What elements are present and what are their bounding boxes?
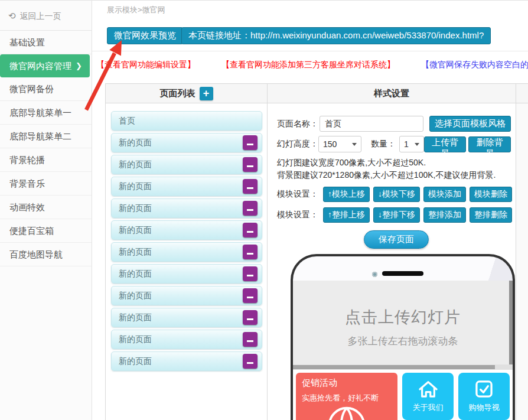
- promo-card[interactable]: 促销活动 实惠抢先看，好礼不断: [296, 373, 397, 420]
- minus-icon: [247, 297, 253, 298]
- slideshow-subtitle: 多张上传左右拖动滚动条: [293, 334, 513, 348]
- row-up-button[interactable]: ↑整排上移: [323, 207, 370, 223]
- remove-page-button[interactable]: [243, 354, 258, 369]
- minus-icon: [247, 231, 253, 233]
- sidebar-item-bg-music[interactable]: 背景音乐: [0, 172, 92, 196]
- slideshow-upload-area[interactable]: 点击上传幻灯片 多张上传左右拖动滚动条: [293, 281, 513, 364]
- delete-background-button[interactable]: 删除背景: [468, 136, 511, 152]
- sidebar-item-label: 微官网内容管理: [9, 54, 71, 77]
- page-list-item[interactable]: 新的页面: [111, 264, 262, 284]
- chevron-right-icon: ❯: [76, 54, 82, 77]
- page-item-label: 新的页面: [119, 181, 152, 191]
- back-label: 返回上一页: [20, 11, 61, 21]
- page-item-label: 新的页面: [119, 138, 152, 147]
- link-save-failure-help[interactable]: 【微官网保存失败内容空白的说明】: [421, 60, 528, 70]
- horizontal-scrollbar-thumb[interactable]: [293, 365, 495, 369]
- add-page-button[interactable]: +: [200, 87, 213, 100]
- horizontal-scrollbar-track: [293, 364, 513, 370]
- page-item-label: 新的页面: [119, 247, 152, 256]
- tile-about-us[interactable]: 关于我们: [402, 373, 454, 420]
- sidebar-item-baidu-map[interactable]: 百度地图导航: [0, 243, 92, 266]
- remove-page-button[interactable]: [243, 332, 258, 347]
- page-list-item[interactable]: 新的页面: [111, 351, 262, 371]
- page-list-item-home[interactable]: 首页: [111, 111, 262, 131]
- link-edit-settings[interactable]: 【查看官网功能编辑设置】: [96, 60, 195, 70]
- breadcrumb: 展示模块>微官网: [107, 5, 165, 15]
- remove-page-button[interactable]: [243, 157, 258, 172]
- module-up-button[interactable]: ↑模块上移: [323, 187, 370, 202]
- upload-background-button[interactable]: 上传背景: [424, 136, 467, 152]
- tile-label: 购物导视: [469, 402, 500, 413]
- sidebar-item-bottom-nav-1[interactable]: 底部导航菜单一: [0, 101, 92, 125]
- row-delete-button[interactable]: 整排删除: [470, 207, 512, 223]
- link-customer-service[interactable]: 【查看官网功能添加第三方客服坐席对话系统】: [221, 60, 395, 70]
- page-name-input[interactable]: [320, 116, 423, 132]
- page-list-item[interactable]: 新的页面: [111, 330, 262, 349]
- row-down-button[interactable]: ↓整排下移: [373, 207, 420, 223]
- module-settings-label: 模块设置：: [277, 210, 318, 220]
- main-panel: 页面列表 + 首页 新的页面 新的页面 新的页面 新的页面 新的页面 新的页面 …: [105, 83, 528, 420]
- slide-count-label: 数量：: [371, 139, 396, 149]
- page-list-item[interactable]: 新的页面: [111, 177, 262, 196]
- minus-icon: [247, 340, 253, 342]
- slide-height-value: 150: [323, 139, 337, 149]
- remove-page-button[interactable]: [243, 266, 258, 281]
- module-delete-button[interactable]: 模块删除: [470, 187, 512, 202]
- module-settings-label: 模块设置：: [277, 189, 318, 200]
- back-button[interactable]: ⟲返回上一页: [0, 1, 92, 31]
- page-list-item[interactable]: 新的页面: [111, 308, 262, 327]
- module-down-button[interactable]: ↓模块下移: [373, 187, 420, 202]
- slideshow-title: 点击上传幻灯片: [293, 281, 513, 328]
- sidebar: ⟲返回上一页 基础设置 微官网内容管理 ❯ 微官网备份 底部导航菜单一 底部导航…: [0, 1, 92, 420]
- chevron-down-icon: [415, 143, 419, 146]
- page-list-item[interactable]: 新的页面: [111, 198, 262, 218]
- page-list-item[interactable]: 新的页面: [111, 242, 262, 262]
- sidebar-item-bg-carousel[interactable]: 背景轮播: [0, 148, 92, 172]
- tile-grid: 关于我们 购物导视: [402, 373, 510, 420]
- minus-icon: [247, 165, 253, 167]
- sidebar-item-backup[interactable]: 微官网备份: [0, 77, 92, 101]
- home-icon: [418, 380, 438, 398]
- phone-screen: 点击上传幻灯片 多张上传左右拖动滚动条 促销活动 实惠抢先看，好礼不断: [293, 281, 513, 420]
- minus-icon: [247, 318, 253, 320]
- page-list-item[interactable]: 新的页面: [111, 133, 262, 152]
- save-page-button[interactable]: 保存页面: [364, 230, 429, 249]
- choose-template-button[interactable]: 选择页面模板风格: [429, 116, 511, 132]
- tiles-section: 促销活动 实惠抢先看，好礼不断: [293, 370, 513, 420]
- module-add-button[interactable]: 模块添加: [423, 187, 466, 202]
- sidebar-item-basic-settings[interactable]: 基础设置: [0, 31, 92, 54]
- minus-icon: [247, 253, 253, 255]
- page-list-item[interactable]: 新的页面: [111, 220, 262, 240]
- remove-page-button[interactable]: [243, 310, 258, 325]
- remove-page-button[interactable]: [243, 201, 258, 216]
- page-item-label: 新的页面: [119, 312, 152, 322]
- slide-count-select[interactable]: 1: [399, 136, 424, 152]
- page-list-item[interactable]: 新的页面: [111, 286, 262, 305]
- remove-page-button[interactable]: [243, 288, 258, 303]
- tile-label: 关于我们: [413, 402, 444, 413]
- promo-subtitle: 实惠抢先看，好礼不断: [302, 393, 392, 403]
- sidebar-menu: 基础设置 微官网内容管理 ❯ 微官网备份 底部导航菜单一 底部导航菜单二 背景轮…: [0, 31, 92, 266]
- page-list-item[interactable]: 新的页面: [111, 155, 262, 174]
- tile-shopping-guide[interactable]: 购物导视: [458, 373, 510, 420]
- checkbox-icon: [475, 380, 493, 398]
- slide-height-label: 幻灯高度：: [277, 139, 318, 149]
- page-url-button[interactable]: 本页链接地址：http://m.weixinyunduan.com.cn/wei…: [181, 27, 491, 44]
- page-list-panel: 页面列表 + 首页 新的页面 新的页面 新的页面 新的页面 新的页面 新的页面 …: [106, 84, 268, 420]
- upload-hints: 幻灯图建议宽度700像素,大小不超过50K. 背景图建议720*1280像素,大…: [277, 157, 516, 181]
- remove-page-button[interactable]: [243, 245, 258, 259]
- remove-page-button[interactable]: [243, 179, 258, 194]
- preview-button[interactable]: 微官网效果预览: [107, 27, 183, 44]
- row-add-button[interactable]: 整排添加: [423, 207, 466, 223]
- remove-page-button[interactable]: [243, 223, 258, 237]
- slide-height-select[interactable]: 150: [318, 136, 361, 152]
- sidebar-item-toolbox[interactable]: 便捷百宝箱: [0, 219, 92, 243]
- sidebar-item-content-management[interactable]: 微官网内容管理 ❯: [0, 54, 90, 77]
- style-settings-header: 样式设置: [268, 84, 516, 103]
- speaker-icon: [382, 271, 423, 276]
- vertical-scrollbar[interactable]: [509, 281, 513, 364]
- sidebar-item-animation[interactable]: 动画特效: [0, 196, 92, 219]
- page-item-label: 新的页面: [119, 159, 152, 169]
- sidebar-item-bottom-nav-2[interactable]: 底部导航菜单二: [0, 125, 92, 148]
- remove-page-button[interactable]: [243, 135, 258, 150]
